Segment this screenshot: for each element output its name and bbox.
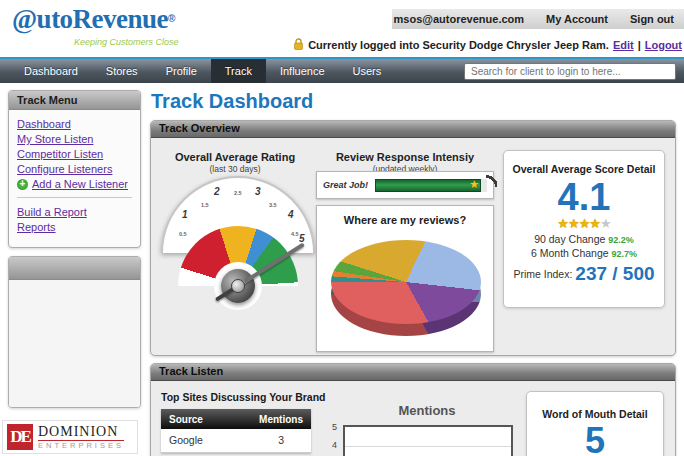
link-separator: |: [638, 39, 641, 51]
score-stars: ★★★★★: [504, 217, 664, 231]
gauge-label-1: 1: [182, 209, 188, 220]
page-title: Track Dashboard: [151, 90, 313, 113]
add-listener-row[interactable]: + Add a New Listener: [17, 178, 132, 190]
dominion-line2: ENTERPRISES: [38, 442, 124, 450]
cell-mentions-google: 3: [251, 429, 311, 452]
change-6mo-row: 6 Month Change 92.7%: [504, 247, 664, 259]
login-status-text: Currently logged into Security Dodge Chr…: [308, 39, 609, 51]
gauge-minor-35: 3.5: [269, 202, 277, 208]
nav-item-track[interactable]: Track: [211, 59, 266, 83]
overall-average-rating-subtitle: (last 30 days): [151, 164, 319, 174]
pie-top-face: [331, 240, 481, 324]
star-empty-icon: ★: [600, 216, 611, 231]
sign-out-link[interactable]: Sign out: [630, 13, 674, 25]
table-row: Google 3: [161, 429, 311, 452]
nav-item-users[interactable]: Users: [339, 59, 396, 83]
mentions-ytick-4: 4: [332, 440, 337, 450]
reviews-pie-box: Where are my reviews?: [316, 205, 494, 352]
nav-item-dashboard[interactable]: Dashboard: [10, 59, 92, 83]
track-menu-header: Track Menu: [9, 91, 140, 110]
nav-item-profile[interactable]: Profile: [152, 59, 211, 83]
sidebar-item-my-store-listen[interactable]: My Store Listen: [17, 133, 132, 145]
dominion-line1: DOMINION: [38, 425, 124, 439]
track-overview-header: Track Overview: [151, 121, 675, 138]
overall-average-score-card: Overall Average Score Detail 4.1 ★★★★★ 9…: [503, 150, 665, 308]
registered-mark: ®: [168, 13, 175, 24]
autorevenue-logo: @utoRevenue® Keeping Customers Close: [12, 4, 175, 35]
lock-icon: [293, 38, 304, 51]
response-intensity-bar-box: Great Job! ★: [316, 171, 494, 199]
dominion-wordmark: DOMINION ENTERPRISES: [38, 425, 124, 450]
track-overview-panel: Track Overview Overall Average Rating (l…: [150, 120, 676, 356]
mentions-gridline: [345, 446, 511, 447]
gauge-label-2: 2: [214, 186, 220, 197]
overall-average-rating-title: Overall Average Rating: [151, 151, 319, 163]
gauge-label-3: 3: [255, 186, 261, 197]
stars-filled-icon: ★★★★: [557, 216, 600, 231]
change-90-label: 90 day Change: [534, 233, 605, 245]
response-bar-fill: [375, 179, 481, 192]
reviews-pie-chart: [331, 240, 481, 340]
sidebar-secondary-body: [9, 280, 140, 408]
word-of-mouth-card: Word of Mouth Detail 5: [526, 391, 664, 456]
review-response-title: Review Response Intensiy: [316, 151, 494, 163]
gauge-minor-05: 0.5: [179, 231, 187, 237]
column-mentions: Mentions: [251, 409, 311, 429]
change-90-value: 92.2%: [608, 235, 634, 245]
prime-index-row: Prime Index: 237 / 500: [504, 263, 664, 285]
sidebar-item-dashboard[interactable]: Dashboard: [17, 118, 132, 130]
gauge-minor-25: 2.5: [234, 190, 242, 196]
menu-divider: [17, 197, 132, 198]
change-6mo-label: 6 Month Change: [531, 247, 609, 259]
account-email: msos@autorevenue.com: [394, 13, 525, 25]
gauge-cap: [231, 279, 245, 293]
sidebar-item-build-a-report[interactable]: Build a Report: [17, 206, 132, 218]
sidebar-item-reports[interactable]: Reports: [17, 221, 132, 233]
prime-index-value: 237 / 500: [575, 263, 654, 284]
score-value: 4.1: [504, 177, 664, 217]
response-bar-label: Great Job!: [323, 180, 375, 190]
logo-text: @utoRevenue: [12, 4, 168, 34]
prime-index-label: Prime Index:: [513, 268, 572, 280]
login-status-bar: Currently logged into Security Dodge Chr…: [293, 38, 682, 51]
reviews-pie-title: Where are my reviews?: [317, 214, 493, 226]
my-account-link[interactable]: My Account: [546, 13, 608, 25]
main-navbar: Dashboard Stores Profile Track Influence…: [0, 57, 684, 83]
score-card-title: Overall Average Score Detail: [504, 163, 664, 175]
mentions-chart-area: [343, 425, 513, 456]
dominion-enterprises-logo: DE DOMINION ENTERPRISES: [2, 420, 138, 454]
gauge-label-4: 4: [288, 209, 294, 220]
sidebar-item-configure-listeners[interactable]: Configure Listeners: [17, 163, 132, 175]
account-bar: msos@autorevenue.com My Account Sign out: [392, 9, 684, 29]
sidebar-secondary-header: [9, 257, 140, 280]
rating-gauge: 1 2 3 4 5 0.5 1.5 2.5 3.5 4.5: [161, 176, 315, 286]
word-of-mouth-title: Word of Mouth Detail: [527, 408, 663, 420]
sidebar-item-competitor-listen[interactable]: Competitor Listen: [17, 148, 132, 160]
client-search-input[interactable]: [464, 63, 676, 80]
sidebar-secondary-box: [8, 256, 141, 408]
change-6mo-value: 92.7%: [612, 249, 638, 259]
top-sites-table: Source Mentions Google 3: [161, 409, 311, 453]
sidebar-item-add-new-listener[interactable]: Add a New Listener: [32, 178, 128, 190]
column-source: Source: [161, 409, 251, 429]
edit-login-link[interactable]: Edit: [613, 39, 634, 51]
top-sites-title: Top Sites Discussing Your Brand: [161, 391, 326, 403]
nav-item-stores[interactable]: Stores: [92, 59, 152, 83]
response-bar-track: ★: [375, 179, 487, 192]
mentions-ytick-5: 5: [332, 422, 337, 432]
logo-tagline: Keeping Customers Close: [74, 37, 179, 47]
logout-link[interactable]: Logout: [645, 39, 682, 51]
gauge-minor-15: 1.5: [201, 202, 209, 208]
gauge-minor-45: 4.5: [291, 231, 299, 237]
change-90-row: 90 day Change 92.2%: [504, 233, 664, 245]
track-menu-box: Track Menu Dashboard My Store Listen Com…: [8, 90, 141, 248]
track-listen-body: Top Sites Discussing Your Brand Source M…: [151, 381, 675, 456]
plus-icon: +: [17, 179, 28, 190]
table-header-row: Source Mentions: [161, 409, 311, 429]
nav-item-influence[interactable]: Influence: [266, 59, 339, 83]
bar-star-icon: ★: [469, 178, 479, 191]
page: @utoRevenue® Keeping Customers Close mso…: [0, 0, 684, 456]
track-menu-body: Dashboard My Store Listen Competitor Lis…: [9, 110, 140, 242]
track-listen-panel: Track Listen Top Sites Discussing Your B…: [150, 363, 676, 456]
page-curl-decoration: [486, 170, 497, 187]
